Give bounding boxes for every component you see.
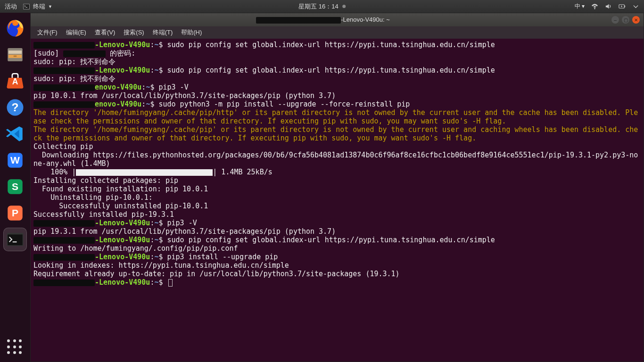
svg-rect-1 — [24, 4, 29, 9]
menu-file[interactable]: 文件(F) — [33, 27, 61, 38]
firefox-icon — [5, 18, 25, 38]
close-button[interactable]: ✕ — [632, 16, 640, 24]
dock-terminal[interactable] — [3, 228, 27, 251]
svg-rect-11 — [14, 56, 17, 57]
show-applications-button[interactable] — [7, 339, 23, 355]
svg-text:A: A — [12, 77, 18, 86]
terminal-window: -Lenovo-V490u: ~ – ▢ ✕ 文件(F) 编辑(E) 查看(V)… — [30, 13, 644, 362]
svg-point-3 — [594, 8, 595, 9]
svg-rect-5 — [625, 6, 625, 8]
svg-text:?: ? — [12, 101, 19, 114]
appmenu-button[interactable]: 终端 ▼ — [23, 2, 52, 11]
clock-text: 星期五 16：14 — [298, 2, 339, 11]
notification-dot-icon — [342, 5, 346, 8]
ime-indicator[interactable]: 中 ▾ — [575, 2, 585, 10]
svg-text:P: P — [12, 207, 18, 218]
dock-vscode[interactable] — [3, 122, 27, 146]
appmenu-label: 终端 — [33, 2, 45, 11]
help-icon: ? — [5, 98, 25, 117]
dock-wps-spreadsheet[interactable]: S — [3, 175, 27, 198]
maximize-button[interactable]: ▢ — [622, 16, 629, 24]
window-title: -Lenovo-V490u: ~ — [34, 16, 611, 24]
dock-wps-presentation[interactable]: P — [3, 201, 27, 225]
menu-edit[interactable]: 编辑(E) — [62, 27, 90, 38]
svg-rect-9 — [8, 50, 22, 54]
activities-button[interactable]: 活动 — [5, 2, 17, 11]
svg-text:S: S — [12, 181, 18, 192]
dock-firefox[interactable] — [3, 16, 27, 40]
battery-icon[interactable] — [619, 3, 626, 10]
menubar: 文件(F) 编辑(E) 查看(V) 搜索(S) 终端(T) 帮助(H) — [31, 26, 644, 39]
terminal-icon — [23, 3, 30, 10]
gnome-topbar: 活动 终端 ▼ 星期五 16：14 中 ▾ — [0, 0, 644, 13]
dock-help[interactable]: ? — [3, 96, 27, 119]
clock[interactable]: 星期五 16：14 — [298, 2, 346, 11]
dock-files[interactable] — [3, 43, 27, 66]
volume-icon[interactable] — [605, 3, 612, 10]
chevron-down-icon: ▼ — [48, 4, 52, 9]
files-icon — [5, 45, 25, 65]
menu-terminal[interactable]: 终端(T) — [149, 27, 177, 38]
terminal-app-icon — [5, 230, 25, 249]
wifi-icon[interactable] — [591, 3, 598, 10]
svg-rect-22 — [8, 235, 23, 246]
redacted-username — [256, 17, 341, 24]
software-icon: A — [5, 71, 25, 91]
titlebar[interactable]: -Lenovo-V490u: ~ – ▢ ✕ — [31, 13, 644, 26]
wps-presentation-icon: P — [5, 203, 25, 223]
dock: A ? W S P — [0, 13, 30, 362]
dock-wps-writer[interactable]: W — [3, 148, 27, 172]
dock-software[interactable]: A — [3, 69, 27, 93]
menu-search[interactable]: 搜索(S) — [120, 27, 148, 38]
wps-spreadsheet-icon: S — [5, 177, 25, 197]
wps-writer-icon: W — [5, 150, 25, 170]
svg-text:W: W — [10, 155, 20, 165]
menu-view[interactable]: 查看(V) — [91, 27, 119, 38]
chevron-down-icon[interactable] — [632, 3, 639, 10]
minimize-button[interactable]: – — [611, 16, 619, 24]
menu-help[interactable]: 帮助(H) — [177, 27, 206, 38]
svg-marker-6 — [621, 5, 623, 8]
terminal-body[interactable]: -Lenovo-V490u:~$ sudo pip config set glo… — [31, 39, 644, 362]
vscode-icon — [5, 124, 25, 144]
